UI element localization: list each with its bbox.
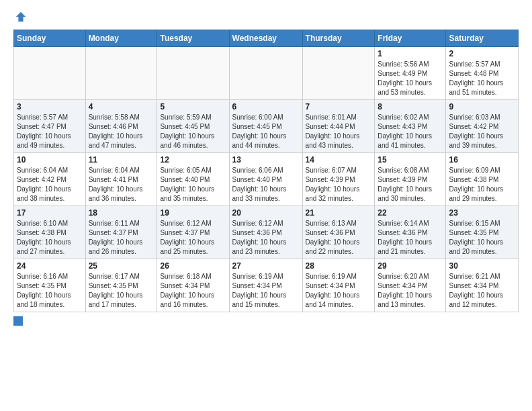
day-number: 23 bbox=[449, 208, 515, 218]
day-info: Sunrise: 6:02 AM Sunset: 4:43 PM Dayligh… bbox=[378, 113, 443, 150]
calendar-cell: 7Sunrise: 6:01 AM Sunset: 4:44 PM Daylig… bbox=[302, 100, 375, 153]
calendar-cell: 11Sunrise: 6:04 AM Sunset: 4:41 PM Dayli… bbox=[85, 153, 157, 206]
day-info: Sunrise: 6:00 AM Sunset: 4:45 PM Dayligh… bbox=[232, 113, 300, 150]
day-number: 28 bbox=[306, 261, 372, 271]
calendar-cell: 8Sunrise: 6:02 AM Sunset: 4:43 PM Daylig… bbox=[375, 100, 446, 153]
calendar-cell bbox=[229, 47, 302, 100]
calendar-cell: 27Sunrise: 6:19 AM Sunset: 4:34 PM Dayli… bbox=[229, 259, 302, 312]
day-info: Sunrise: 6:16 AM Sunset: 4:35 PM Dayligh… bbox=[17, 272, 83, 310]
calendar-cell: 14Sunrise: 6:07 AM Sunset: 4:39 PM Dayli… bbox=[302, 153, 375, 206]
calendar-cell: 30Sunrise: 6:21 AM Sunset: 4:34 PM Dayli… bbox=[446, 259, 519, 312]
weekday-header-row: SundayMondayTuesdayWednesdayThursdayFrid… bbox=[14, 30, 519, 47]
weekday-header-saturday: Saturday bbox=[446, 30, 519, 47]
day-number: 14 bbox=[306, 155, 372, 165]
calendar-cell: 16Sunrise: 6:09 AM Sunset: 4:38 PM Dayli… bbox=[446, 153, 519, 206]
day-info: Sunrise: 6:06 AM Sunset: 4:40 PM Dayligh… bbox=[232, 166, 300, 203]
logo-text bbox=[13, 11, 27, 23]
calendar-week-row: 10Sunrise: 6:04 AM Sunset: 4:42 PM Dayli… bbox=[14, 153, 519, 206]
calendar-cell: 13Sunrise: 6:06 AM Sunset: 4:40 PM Dayli… bbox=[229, 153, 302, 206]
calendar-cell bbox=[157, 47, 229, 100]
weekday-header-sunday: Sunday bbox=[14, 30, 86, 47]
day-info: Sunrise: 6:20 AM Sunset: 4:34 PM Dayligh… bbox=[378, 272, 443, 310]
day-info: Sunrise: 6:13 AM Sunset: 4:36 PM Dayligh… bbox=[306, 219, 372, 257]
day-info: Sunrise: 6:04 AM Sunset: 4:42 PM Dayligh… bbox=[17, 166, 83, 203]
calendar-cell: 5Sunrise: 5:59 AM Sunset: 4:45 PM Daylig… bbox=[157, 100, 229, 153]
calendar-cell: 3Sunrise: 5:57 AM Sunset: 4:47 PM Daylig… bbox=[14, 100, 86, 153]
weekday-header-thursday: Thursday bbox=[302, 30, 375, 47]
footer bbox=[13, 316, 519, 326]
calendar-cell: 23Sunrise: 6:15 AM Sunset: 4:35 PM Dayli… bbox=[446, 206, 519, 259]
day-info: Sunrise: 6:18 AM Sunset: 4:34 PM Dayligh… bbox=[160, 272, 226, 310]
day-number: 21 bbox=[306, 208, 372, 218]
calendar-cell: 20Sunrise: 6:12 AM Sunset: 4:36 PM Dayli… bbox=[229, 206, 302, 259]
day-info: Sunrise: 5:57 AM Sunset: 4:48 PM Dayligh… bbox=[449, 60, 515, 97]
calendar-week-row: 3Sunrise: 5:57 AM Sunset: 4:47 PM Daylig… bbox=[14, 100, 519, 153]
day-number: 17 bbox=[17, 208, 83, 218]
calendar-cell: 2Sunrise: 5:57 AM Sunset: 4:48 PM Daylig… bbox=[446, 47, 519, 100]
calendar-cell: 24Sunrise: 6:16 AM Sunset: 4:35 PM Dayli… bbox=[14, 259, 86, 312]
svg-marker-0 bbox=[16, 12, 26, 21]
calendar-table: SundayMondayTuesdayWednesdayThursdayFrid… bbox=[13, 30, 519, 312]
calendar-cell: 25Sunrise: 6:17 AM Sunset: 4:35 PM Dayli… bbox=[85, 259, 157, 312]
day-number: 30 bbox=[449, 261, 515, 271]
day-number: 10 bbox=[17, 155, 83, 165]
day-info: Sunrise: 6:21 AM Sunset: 4:34 PM Dayligh… bbox=[449, 272, 515, 310]
day-info: Sunrise: 6:03 AM Sunset: 4:42 PM Dayligh… bbox=[449, 113, 515, 150]
calendar-cell: 15Sunrise: 6:08 AM Sunset: 4:39 PM Dayli… bbox=[375, 153, 446, 206]
calendar-cell: 4Sunrise: 5:58 AM Sunset: 4:46 PM Daylig… bbox=[85, 100, 157, 153]
day-info: Sunrise: 5:57 AM Sunset: 4:47 PM Dayligh… bbox=[17, 113, 83, 150]
logo bbox=[13, 11, 27, 23]
day-number: 3 bbox=[17, 102, 83, 111]
weekday-header-monday: Monday bbox=[85, 30, 157, 47]
calendar-week-row: 17Sunrise: 6:10 AM Sunset: 4:38 PM Dayli… bbox=[14, 206, 519, 259]
day-info: Sunrise: 6:08 AM Sunset: 4:39 PM Dayligh… bbox=[378, 166, 443, 203]
calendar-cell: 17Sunrise: 6:10 AM Sunset: 4:38 PM Dayli… bbox=[14, 206, 86, 259]
calendar-cell: 19Sunrise: 6:12 AM Sunset: 4:37 PM Dayli… bbox=[157, 206, 229, 259]
weekday-header-wednesday: Wednesday bbox=[229, 30, 302, 47]
calendar-cell bbox=[14, 47, 86, 100]
day-info: Sunrise: 6:04 AM Sunset: 4:41 PM Dayligh… bbox=[89, 166, 154, 203]
day-info: Sunrise: 6:10 AM Sunset: 4:38 PM Dayligh… bbox=[17, 219, 83, 257]
day-number: 9 bbox=[449, 102, 515, 111]
day-number: 2 bbox=[449, 49, 515, 58]
weekday-header-tuesday: Tuesday bbox=[157, 30, 229, 47]
day-info: Sunrise: 5:59 AM Sunset: 4:45 PM Dayligh… bbox=[160, 113, 226, 150]
day-info: Sunrise: 6:17 AM Sunset: 4:35 PM Dayligh… bbox=[89, 272, 154, 310]
day-info: Sunrise: 6:09 AM Sunset: 4:38 PM Dayligh… bbox=[449, 166, 515, 203]
day-info: Sunrise: 6:19 AM Sunset: 4:34 PM Dayligh… bbox=[306, 272, 372, 310]
calendar-cell bbox=[85, 47, 157, 100]
calendar-header: SundayMondayTuesdayWednesdayThursdayFrid… bbox=[14, 30, 519, 47]
legend-box-icon bbox=[13, 316, 23, 326]
day-number: 18 bbox=[89, 208, 154, 218]
day-number: 7 bbox=[306, 102, 372, 111]
calendar-cell: 9Sunrise: 6:03 AM Sunset: 4:42 PM Daylig… bbox=[446, 100, 519, 153]
calendar-cell: 29Sunrise: 6:20 AM Sunset: 4:34 PM Dayli… bbox=[375, 259, 446, 312]
day-info: Sunrise: 6:05 AM Sunset: 4:40 PM Dayligh… bbox=[160, 166, 226, 203]
day-info: Sunrise: 6:12 AM Sunset: 4:36 PM Dayligh… bbox=[232, 219, 300, 257]
day-info: Sunrise: 6:19 AM Sunset: 4:34 PM Dayligh… bbox=[232, 272, 300, 310]
day-info: Sunrise: 6:15 AM Sunset: 4:35 PM Dayligh… bbox=[449, 219, 515, 257]
day-number: 8 bbox=[378, 102, 443, 111]
calendar-week-row: 1Sunrise: 5:56 AM Sunset: 4:49 PM Daylig… bbox=[14, 47, 519, 100]
day-number: 12 bbox=[160, 155, 226, 165]
day-number: 27 bbox=[232, 261, 300, 271]
calendar-cell: 12Sunrise: 6:05 AM Sunset: 4:40 PM Dayli… bbox=[157, 153, 229, 206]
day-number: 1 bbox=[378, 49, 443, 58]
day-info: Sunrise: 6:07 AM Sunset: 4:39 PM Dayligh… bbox=[306, 166, 372, 203]
day-info: Sunrise: 5:56 AM Sunset: 4:49 PM Dayligh… bbox=[378, 60, 443, 97]
day-number: 15 bbox=[378, 155, 443, 165]
day-info: Sunrise: 6:12 AM Sunset: 4:37 PM Dayligh… bbox=[160, 219, 226, 257]
day-number: 5 bbox=[160, 102, 226, 111]
weekday-header-friday: Friday bbox=[375, 30, 446, 47]
day-number: 19 bbox=[160, 208, 226, 218]
day-number: 24 bbox=[17, 261, 83, 271]
day-number: 26 bbox=[160, 261, 226, 271]
calendar-cell bbox=[302, 47, 375, 100]
day-number: 29 bbox=[378, 261, 443, 271]
calendar-cell: 28Sunrise: 6:19 AM Sunset: 4:34 PM Dayli… bbox=[302, 259, 375, 312]
day-info: Sunrise: 6:11 AM Sunset: 4:37 PM Dayligh… bbox=[89, 219, 154, 257]
day-info: Sunrise: 5:58 AM Sunset: 4:46 PM Dayligh… bbox=[89, 113, 154, 150]
logo-icon bbox=[15, 11, 27, 23]
calendar-cell: 1Sunrise: 5:56 AM Sunset: 4:49 PM Daylig… bbox=[375, 47, 446, 100]
day-info: Sunrise: 6:01 AM Sunset: 4:44 PM Dayligh… bbox=[306, 113, 372, 150]
